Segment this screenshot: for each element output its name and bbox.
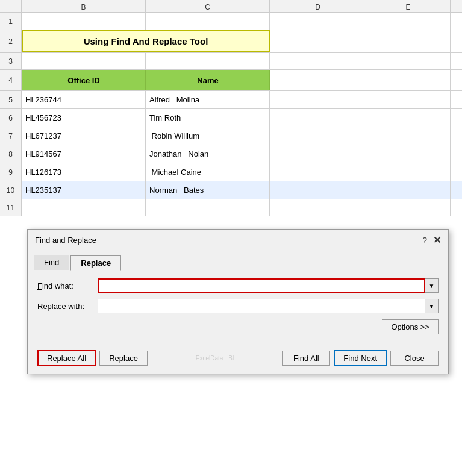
cell-b11 <box>22 199 146 216</box>
replace-input[interactable] <box>98 299 425 313</box>
cell-office-id-5: HL236744 <box>22 91 146 108</box>
col-header-e: E <box>366 0 451 12</box>
replace-input-wrap: ▼ <box>98 299 439 313</box>
cell-d2 <box>270 30 366 52</box>
cell-name-10: Norman Bates <box>146 181 270 199</box>
table-row <box>22 53 462 70</box>
cell-office-id-9: HL126173 <box>22 163 146 181</box>
cell-d4 <box>270 70 366 90</box>
replace-dropdown-button[interactable]: ▼ <box>425 299 439 313</box>
table-row: HL126173 Michael Caine <box>22 163 462 181</box>
watermark-text: ExcelData - BI <box>196 355 234 362</box>
row-num-3: 3 <box>0 53 22 70</box>
find-field-row: Find what: ▼ <box>37 278 439 293</box>
replace-field-row: Replace with: ▼ <box>37 299 439 313</box>
sheet-body: 1 2 3 4 5 6 7 8 9 10 11 Using Find And <box>0 13 462 216</box>
row-num-10: 10 <box>0 181 22 199</box>
cell-e1 <box>366 13 451 30</box>
cell-name-7: Robin Willium <box>146 127 270 145</box>
cell-b3 <box>22 53 146 69</box>
tab-replace[interactable]: Replace <box>70 255 121 271</box>
cell-name-5: Alfred Molina <box>146 91 270 108</box>
col-header-c: C <box>146 0 270 12</box>
col-header-b: B <box>22 0 146 12</box>
row-headers: 1 2 3 4 5 6 7 8 9 10 11 <box>0 13 22 216</box>
row-num-9: 9 <box>0 163 22 181</box>
table-row: HL235137 Norman Bates <box>22 181 462 199</box>
find-replace-dialog: Find and Replace ? ✕ Find Replace Find w… <box>27 229 449 374</box>
cell-d7 <box>270 127 366 145</box>
replace-label: Replace with: <box>37 302 98 311</box>
header-office-id: Office ID <box>22 70 146 90</box>
tab-find[interactable]: Find <box>34 255 69 270</box>
cell-e8 <box>366 145 451 163</box>
cell-d3 <box>270 53 366 69</box>
corner-header <box>0 0 22 13</box>
cell-e7 <box>366 127 451 145</box>
find-dropdown-button[interactable]: ▼ <box>425 278 439 293</box>
cell-e6 <box>366 109 451 127</box>
replace-all-button[interactable]: Replace All <box>37 350 96 366</box>
spreadsheet-title: Using Find And Replace Tool <box>84 36 208 46</box>
row-num-7: 7 <box>0 127 22 145</box>
cell-e2 <box>366 30 451 52</box>
dialog-titlebar: Find and Replace ? ✕ <box>28 230 448 251</box>
cell-d9 <box>270 163 366 181</box>
find-input-wrap: ▼ <box>98 278 439 293</box>
cell-name-6: Tim Roth <box>146 109 270 127</box>
cell-name-8: Jonathan Nolan <box>146 145 270 163</box>
table-row <box>22 199 462 216</box>
dialog-title: Find and Replace <box>35 236 96 245</box>
cell-e10 <box>366 181 451 199</box>
column-headers: B C D E <box>0 0 462 13</box>
cell-e3 <box>366 53 451 69</box>
cell-c3 <box>146 53 270 69</box>
cell-office-id-6: HL456723 <box>22 109 146 127</box>
cell-office-id-8: HL914567 <box>22 145 146 163</box>
cell-office-id-7: HL671237 <box>22 127 146 145</box>
row-num-6: 6 <box>0 109 22 127</box>
cell-e9 <box>366 163 451 181</box>
cell-d6 <box>270 109 366 127</box>
grid-area: Using Find And Replace Tool Office ID Na… <box>22 13 462 216</box>
dialog-footer: Replace All Replace ExcelData - BI Find … <box>28 346 448 374</box>
row-num-8: 8 <box>0 145 22 163</box>
cell-e5 <box>366 91 451 108</box>
title-cell: Using Find And Replace Tool <box>22 30 270 52</box>
cell-office-id-10: HL235137 <box>22 181 146 199</box>
dialog-body: Find what: ▼ Replace with: ▼ Options >> <box>28 270 448 346</box>
cell-d1 <box>270 13 366 30</box>
dialog-tabs: Find Replace <box>28 251 448 270</box>
replace-button[interactable]: Replace <box>99 351 148 366</box>
cell-c11 <box>146 199 270 216</box>
table-row: HL671237 Robin Willium <box>22 127 462 145</box>
find-input[interactable] <box>98 278 425 293</box>
header-name: Name <box>146 70 270 90</box>
table-row <box>22 13 462 30</box>
cell-e11 <box>366 199 451 216</box>
table-row: Using Find And Replace Tool <box>22 30 462 53</box>
find-next-button[interactable]: Find Next <box>334 350 387 366</box>
table-row: HL914567 Jonathan Nolan <box>22 145 462 163</box>
row-num-4: 4 <box>0 70 22 91</box>
cell-name-9: Michael Caine <box>146 163 270 181</box>
dialog-help-button[interactable]: ? <box>422 236 427 245</box>
row-num-11: 11 <box>0 199 22 216</box>
cell-e4 <box>366 70 451 90</box>
cell-d5 <box>270 91 366 108</box>
cell-b1 <box>22 13 146 30</box>
close-button[interactable]: Close <box>390 351 439 366</box>
dialog-close-button[interactable]: ✕ <box>433 234 441 246</box>
find-all-button[interactable]: Find All <box>282 351 330 366</box>
row-num-1: 1 <box>0 13 22 30</box>
row-num-2: 2 <box>0 30 22 53</box>
cell-d10 <box>270 181 366 199</box>
table-row: HL456723 Tim Roth <box>22 109 462 127</box>
find-label: Find what: <box>37 281 98 290</box>
cell-d8 <box>270 145 366 163</box>
col-header-d: D <box>270 0 366 12</box>
row-num-5: 5 <box>0 91 22 109</box>
options-button[interactable]: Options >> <box>382 319 439 334</box>
table-row: HL236744 Alfred Molina <box>22 91 462 109</box>
cell-d11 <box>270 199 366 216</box>
